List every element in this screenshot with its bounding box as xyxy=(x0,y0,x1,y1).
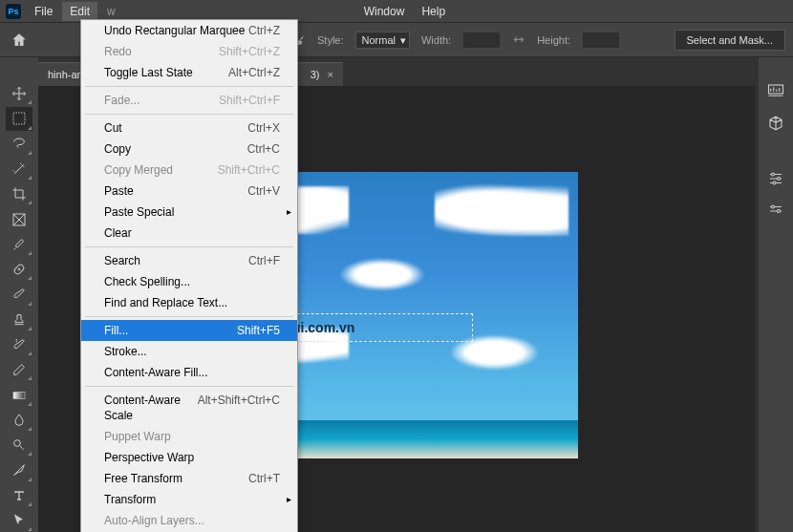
panel-adjustments-icon[interactable] xyxy=(764,168,787,189)
style-select[interactable]: Normal ▾ xyxy=(355,32,410,49)
eraser-tool[interactable] xyxy=(6,358,32,381)
tab-suffix: 3) xyxy=(311,69,320,80)
menu-item-free-transform[interactable]: Free TransformCtrl+T xyxy=(81,468,297,489)
svg-rect-0 xyxy=(13,113,25,124)
width-label: Width: xyxy=(421,34,451,46)
menu-item-label: Undo Rectangular Marquee xyxy=(104,23,245,38)
menu-item-label: Redo xyxy=(104,44,132,59)
move-tool[interactable] xyxy=(6,82,32,105)
menu-item-shortcut: Shift+Ctrl+F xyxy=(219,93,280,108)
gradient-tool[interactable] xyxy=(6,383,32,406)
menu-item-shortcut: Ctrl+Z xyxy=(248,23,280,38)
menu-item-label: Check Spelling... xyxy=(104,274,190,289)
right-panel xyxy=(759,57,793,532)
height-input[interactable] xyxy=(582,32,620,49)
menu-item-shortcut: Alt+Ctrl+Z xyxy=(228,65,280,80)
menu-item-paste-special[interactable]: Paste Special xyxy=(81,202,297,223)
menu-separator xyxy=(85,386,293,387)
menu-item-label: Content-Aware Scale xyxy=(104,393,198,423)
menu-item-shortcut: Ctrl+V xyxy=(247,183,280,199)
home-button[interactable] xyxy=(8,29,31,52)
brush-tool[interactable] xyxy=(6,283,32,306)
panel-histogram-icon[interactable] xyxy=(764,80,787,101)
menu-item-label: Copy Merged xyxy=(104,162,173,178)
menu-separator xyxy=(85,114,293,115)
menu-item-content-aware-fill[interactable]: Content-Aware Fill... xyxy=(81,362,297,383)
menu-item-shortcut: Ctrl+C xyxy=(247,141,280,157)
menu-item-label: Cut xyxy=(104,120,122,136)
eyedropper-tool[interactable] xyxy=(6,233,32,256)
svg-point-10 xyxy=(778,210,781,213)
style-label: Style: xyxy=(317,34,344,46)
menu-item-label: Free Transform xyxy=(104,471,182,486)
select-and-mask-button[interactable]: Select and Mask... xyxy=(675,30,786,51)
svg-point-9 xyxy=(772,205,775,208)
edit-menu-dropdown: Undo Rectangular MarqueeCtrl+ZRedoShift+… xyxy=(80,19,298,532)
swap-icon[interactable] xyxy=(512,33,525,47)
type-tool[interactable] xyxy=(6,484,32,507)
menu-separator xyxy=(85,316,293,317)
menu-item-transform[interactable]: Transform xyxy=(81,489,297,510)
menu-item-toggle-last-state[interactable]: Toggle Last StateAlt+Ctrl+Z xyxy=(81,62,297,83)
svg-rect-2 xyxy=(13,264,25,275)
menu-item-label: Transform xyxy=(104,492,156,507)
wand-tool[interactable] xyxy=(6,158,32,181)
menu-file[interactable]: File xyxy=(27,2,60,21)
height-label: Height: xyxy=(537,34,570,46)
stamp-tool[interactable] xyxy=(6,309,32,331)
svg-point-7 xyxy=(778,178,781,181)
menu-item-label: Auto-Align Layers... xyxy=(104,513,204,528)
cloud-shape xyxy=(435,183,568,236)
app-logo: Ps xyxy=(6,4,21,19)
menu-hidden: w xyxy=(99,2,123,21)
cloud-shape xyxy=(339,258,425,291)
menu-item-shortcut: Alt+Shift+Ctrl+C xyxy=(198,393,280,423)
menu-item-content-aware-scale[interactable]: Content-Aware ScaleAlt+Shift+Ctrl+C xyxy=(81,390,297,426)
panel-3d-icon[interactable] xyxy=(764,113,787,134)
menu-item-search[interactable]: SearchCtrl+F xyxy=(81,250,297,271)
menu-item-shortcut: Ctrl+X xyxy=(247,120,280,136)
menu-item-find-and-replace-text[interactable]: Find and Replace Text... xyxy=(81,292,297,313)
width-input[interactable] xyxy=(462,32,501,49)
menu-item-clear[interactable]: Clear xyxy=(81,223,297,244)
menu-help[interactable]: Help xyxy=(414,2,453,21)
menu-item-label: Toggle Last State xyxy=(104,65,193,80)
menu-item-paste[interactable]: PasteCtrl+V xyxy=(81,181,297,202)
menu-item-auto-align-layers: Auto-Align Layers... xyxy=(81,510,297,531)
menu-item-label: Search xyxy=(104,253,140,268)
menu-item-stroke[interactable]: Stroke... xyxy=(81,341,297,362)
svg-point-6 xyxy=(772,173,775,176)
path-tool[interactable] xyxy=(6,509,32,532)
lasso-tool[interactable] xyxy=(6,133,32,156)
menu-item-fill[interactable]: Fill...Shift+F5 xyxy=(81,320,297,341)
menu-item-label: Find and Replace Text... xyxy=(104,295,227,310)
menu-item-label: Paste Special xyxy=(104,204,174,220)
svg-point-8 xyxy=(773,181,776,184)
pen-tool[interactable] xyxy=(6,458,32,481)
menu-separator xyxy=(85,246,293,247)
dodge-tool[interactable] xyxy=(6,434,32,457)
menu-item-check-spelling[interactable]: Check Spelling... xyxy=(81,271,297,292)
menu-item-copy-merged: Copy MergedShift+Ctrl+C xyxy=(81,160,297,181)
menu-item-undo-rectangular-marquee[interactable]: Undo Rectangular MarqueeCtrl+Z xyxy=(81,20,297,41)
menu-item-shortcut: Ctrl+T xyxy=(248,471,280,486)
menu-item-cut[interactable]: CutCtrl+X xyxy=(81,117,297,138)
menu-item-perspective-warp[interactable]: Perspective Warp xyxy=(81,447,297,468)
menu-item-label: Copy xyxy=(104,141,131,157)
marquee-tool[interactable] xyxy=(6,107,32,130)
menu-item-shortcut: Shift+Ctrl+C xyxy=(218,162,280,178)
blur-tool[interactable] xyxy=(6,409,32,432)
menu-edit[interactable]: Edit xyxy=(62,2,97,21)
svg-rect-1 xyxy=(13,214,25,225)
menu-item-copy[interactable]: CopyCtrl+C xyxy=(81,138,297,160)
history-brush-tool[interactable] xyxy=(6,333,32,356)
menu-window[interactable]: Window xyxy=(356,2,413,21)
svg-rect-3 xyxy=(13,392,25,398)
menu-item-shortcut: Shift+Ctrl+Z xyxy=(219,44,280,59)
healing-tool[interactable] xyxy=(6,258,32,281)
crop-tool[interactable] xyxy=(6,182,32,205)
panel-layers-icon[interactable] xyxy=(764,201,787,222)
close-icon[interactable]: × xyxy=(327,69,332,80)
menu-item-fade: Fade...Shift+Ctrl+F xyxy=(81,90,297,111)
frame-tool[interactable] xyxy=(6,207,32,230)
